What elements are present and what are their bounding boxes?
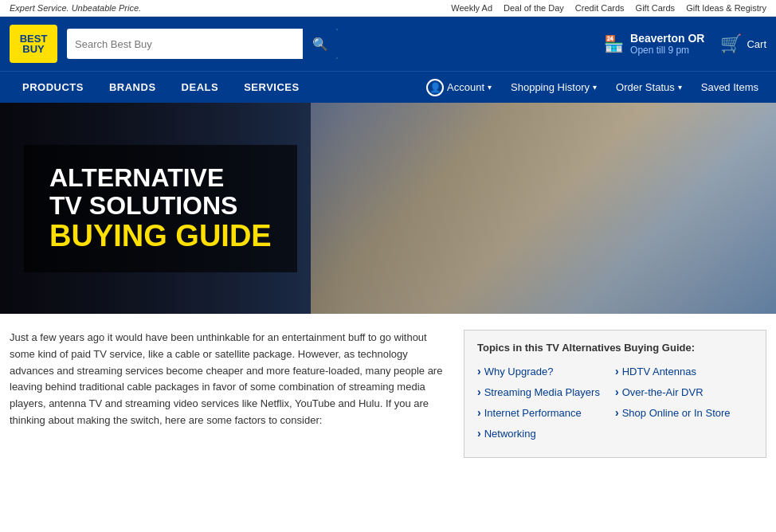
search-bar: 🔍 — [67, 29, 338, 59]
hero-line2: TV SOLUTIONS — [49, 192, 272, 220]
nav-deals[interactable]: DEALS — [169, 72, 232, 104]
order-status-chevron-icon: ▾ — [678, 83, 682, 92]
link-networking[interactable]: Networking — [477, 425, 615, 441]
top-bar: Expert Service. Unbeatable Price. Weekly… — [0, 0, 776, 17]
header: BEST BUY 🔍 🏪 Beaverton OR Open till 9 pm… — [0, 17, 776, 71]
nav-brands[interactable]: BRANDS — [96, 72, 169, 104]
main-text: Just a few years ago it would have been … — [10, 330, 448, 429]
hero-overlay-bg: ALTERNATIVE TV SOLUTIONS BUYING GUIDE — [0, 103, 776, 314]
nav-left: PRODUCTS BRANDS DEALS SERVICES — [10, 72, 312, 104]
link-internet-performance[interactable]: Internet Performance — [477, 405, 615, 421]
nav-shopping-history-label: Shopping History — [511, 81, 590, 93]
weekly-ad-link[interactable]: Weekly Ad — [451, 3, 492, 13]
store-details: Beaverton OR Open till 9 pm — [630, 32, 704, 56]
account-icon: 👤 — [426, 79, 444, 96]
logo[interactable]: BEST BUY — [10, 25, 57, 63]
hero-line1: ALTERNATIVE — [49, 163, 272, 191]
header-left: BEST BUY 🔍 — [10, 25, 338, 63]
sidebar-title: Topics in this TV Alternatives Buying Gu… — [477, 342, 753, 354]
nav-saved-items[interactable]: Saved Items — [693, 72, 766, 104]
hero-text-box: ALTERNATIVE TV SOLUTIONS BUYING GUIDE — [24, 144, 297, 272]
nav-bar: PRODUCTS BRANDS DEALS SERVICES 👤 Account… — [0, 71, 776, 103]
link-shop-online[interactable]: Shop Online or In Store — [615, 405, 753, 421]
search-input[interactable] — [67, 38, 303, 50]
nav-order-status-label: Order Status — [616, 81, 675, 93]
nav-products[interactable]: PRODUCTS — [10, 72, 96, 104]
hero-line3: BUYING GUIDE — [49, 220, 272, 253]
credit-cards-link[interactable]: Credit Cards — [575, 3, 625, 13]
sidebar-box: Topics in this TV Alternatives Buying Gu… — [464, 330, 766, 458]
search-icon: 🔍 — [312, 37, 328, 52]
hero-banner: ALTERNATIVE TV SOLUTIONS BUYING GUIDE — [0, 103, 776, 314]
link-ota-dvr[interactable]: Over-the-Air DVR — [615, 384, 753, 400]
nav-services[interactable]: SERVICES — [231, 72, 312, 104]
sidebar-links: Why Upgrade? HDTV Antennas Streaming Med… — [477, 363, 753, 441]
nav-account-label: Account — [447, 81, 484, 93]
nav-account[interactable]: 👤 Account ▾ — [418, 72, 500, 104]
account-chevron-icon: ▾ — [488, 83, 492, 92]
store-icon: 🏪 — [604, 34, 624, 53]
store-hours: Open till 9 pm — [630, 45, 704, 56]
cart-icon: 🛒 — [720, 33, 742, 54]
link-hdtv-antennas[interactable]: HDTV Antennas — [615, 363, 753, 379]
link-streaming-media[interactable]: Streaming Media Players — [477, 384, 615, 400]
link-why-upgrade[interactable]: Why Upgrade? — [477, 363, 615, 379]
top-bar-links: Weekly Ad Deal of the Day Credit Cards G… — [451, 3, 766, 13]
deal-of-the-day-link[interactable]: Deal of the Day — [504, 3, 564, 13]
shopping-history-chevron-icon: ▾ — [593, 83, 597, 92]
gift-cards-link[interactable]: Gift Cards — [636, 3, 676, 13]
nav-order-status[interactable]: Order Status ▾ — [608, 72, 690, 104]
search-button[interactable]: 🔍 — [303, 29, 338, 59]
cart-area[interactable]: 🛒 Cart — [720, 33, 766, 54]
header-right: 🏪 Beaverton OR Open till 9 pm 🛒 Cart — [604, 32, 766, 56]
gift-ideas-link[interactable]: Gift Ideas & Registry — [686, 3, 766, 13]
content-area: Just a few years ago it would have been … — [0, 314, 776, 474]
nav-right: 👤 Account ▾ Shopping History ▾ Order Sta… — [418, 72, 766, 104]
nav-saved-items-label: Saved Items — [701, 81, 758, 93]
store-info[interactable]: 🏪 Beaverton OR Open till 9 pm — [604, 32, 704, 56]
logo-buy: BUY — [22, 44, 44, 54]
cart-label: Cart — [747, 38, 766, 50]
nav-shopping-history[interactable]: Shopping History ▾ — [503, 72, 605, 104]
store-name: Beaverton OR — [630, 32, 704, 45]
tagline: Expert Service. Unbeatable Price. — [10, 3, 141, 13]
